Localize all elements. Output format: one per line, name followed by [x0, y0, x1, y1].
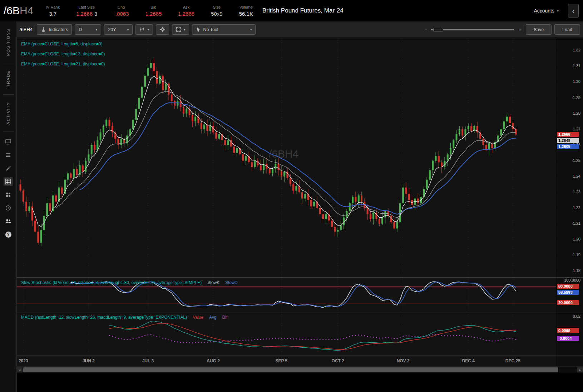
macd-chart[interactable]: MACD (fastLength=12, slowLength=26, macd…: [17, 312, 556, 356]
axis-badge: 1.2605: [557, 144, 579, 149]
axis-tick: 100.0000: [564, 278, 580, 282]
quote-stats: IV Rank 3.7 Last Size 1.26663 Chg -.0063…: [46, 5, 253, 17]
axis-badge: 1.2666: [557, 132, 579, 137]
axis-tick: 1.21: [573, 221, 580, 225]
community-users-icon[interactable]: [4, 217, 13, 225]
stat-ask: Ask 1.2666: [178, 5, 194, 17]
time-tick: OCT 2: [331, 358, 344, 363]
axis-tick: 1.32: [573, 48, 580, 52]
symbol-suffix: H4: [20, 5, 33, 17]
range-dropdown[interactable]: 20Y ▾: [104, 24, 133, 35]
accounts-dropdown[interactable]: Accounts ▾: [534, 8, 559, 14]
chevron-down-icon: ▾: [127, 28, 129, 31]
scrollbar-thumb[interactable]: [23, 367, 558, 372]
zoom-slider[interactable]: [431, 29, 514, 30]
ema5-label[interactable]: EMA (price=CLOSE, length=5, displace=0): [21, 41, 105, 46]
help-icon[interactable]: ?: [4, 230, 13, 239]
macd-label-row: MACD (fastLength=12, slowLength=26, macd…: [21, 315, 227, 320]
chevron-down-icon: ▾: [184, 28, 186, 31]
axis-badge: -0.0004: [557, 336, 579, 341]
axis-badge: 58.5893: [557, 290, 579, 295]
axis-tick: 1.23: [573, 190, 580, 194]
time-tick: JUN 2: [83, 358, 95, 363]
list-icon[interactable]: [4, 151, 13, 159]
macd-study-label[interactable]: MACD (fastLength=12, slowLength=26, macd…: [21, 315, 187, 320]
axis-tick: 1.18: [573, 268, 580, 273]
zoom-in-button[interactable]: +: [517, 26, 523, 33]
drawing-tool-dropdown[interactable]: No Tool ▾: [192, 24, 256, 35]
time-tick: DEC 4: [462, 358, 475, 363]
stochastic-study-label[interactable]: Slow Stochastic (kPeriod=14, dPeriod=3, …: [21, 280, 202, 285]
grid-layout-icon: [176, 27, 181, 32]
dashboard-grid-icon[interactable]: [4, 190, 13, 199]
axis-tick: 0.02: [573, 314, 580, 318]
chart-icon[interactable]: [4, 177, 13, 186]
sidebar-tab-positions[interactable]: POSITIONS: [6, 21, 10, 63]
time-tick: 2023: [19, 358, 28, 363]
load-button[interactable]: Load: [554, 24, 580, 35]
zoom-out-button[interactable]: -: [424, 26, 428, 33]
zoom-slider-thumb[interactable]: [433, 28, 443, 31]
chart-scrollbar[interactable]: ◂ ▸: [17, 366, 583, 373]
top-quote-bar: /6B H4 IV Rank 3.7 Last Size 1.26663 Chg…: [0, 0, 583, 21]
stat-last-size: Last Size 1.26663: [76, 5, 97, 17]
stat-bid: Bid 1.2665: [145, 5, 162, 17]
last-price: 1.2666: [76, 11, 93, 17]
axis-tick: 1.28: [573, 111, 580, 115]
flask-icon: [41, 27, 46, 32]
time-tick: AUG 2: [207, 358, 220, 363]
macd-avg-legend: Avg: [209, 315, 216, 320]
collapse-right-panel-button[interactable]: ‹: [568, 4, 579, 18]
stat-chg: Chg -.0063: [114, 5, 129, 17]
cursor-icon: [196, 27, 201, 32]
chart-symbol-label: /6BH4: [20, 27, 33, 32]
symbol-root: /6B: [4, 5, 20, 17]
time-tick: NOV 2: [397, 358, 410, 363]
indicators-button[interactable]: Indicators: [37, 24, 72, 35]
time-tick: SEP 5: [275, 358, 287, 363]
ema21-label[interactable]: EMA (price=CLOSE, length=21, displace=0): [21, 61, 105, 66]
macd-value-legend: Value: [193, 315, 203, 320]
monitor-icon[interactable]: [4, 138, 13, 146]
last-size-qty: 3: [94, 11, 97, 17]
study-labels: EMA (price=CLOSE, length=5, displace=0) …: [21, 41, 105, 71]
chevron-down-icon: ▾: [557, 9, 559, 13]
chart-type-dropdown[interactable]: ▾: [135, 24, 153, 35]
chart-settings-button[interactable]: [156, 24, 169, 35]
history-clock-icon[interactable]: [4, 204, 13, 212]
axis-tick: 1.27: [573, 127, 580, 131]
axis-badge: 80.0000: [557, 284, 579, 289]
scroll-right-button[interactable]: ▸: [577, 367, 583, 372]
chevron-down-icon: ▾: [96, 28, 98, 31]
drawing-tools-icon[interactable]: [4, 164, 13, 173]
instrument-title: British Pound Futures, Mar-24: [262, 7, 344, 14]
price-chart[interactable]: /6BH4 EMA (price=CLOSE, length=5, displa…: [17, 38, 556, 277]
stochastic-chart[interactable]: Slow Stochastic (kPeriod=14, dPeriod=3, …: [17, 278, 556, 312]
axis-tick: 1.25: [573, 158, 580, 163]
chart-watermark: /6BH4: [269, 148, 298, 160]
macd-dif-legend: Dif: [222, 315, 228, 320]
symbol-display: /6B H4: [4, 5, 46, 17]
axis-badge: 0.0069: [557, 328, 579, 333]
price-axis: 1.321.311.301.291.281.271.261.251.241.23…: [556, 38, 583, 277]
axis-tick: 1.24: [573, 174, 580, 178]
axis-tick: 1.19: [573, 253, 580, 257]
axis-tick: 1.22: [573, 205, 580, 210]
save-button[interactable]: Save: [526, 24, 552, 35]
scroll-left-button[interactable]: ◂: [17, 367, 23, 372]
timeframe-dropdown[interactable]: D ▾: [75, 24, 101, 35]
sidebar-tab-activity[interactable]: ACTIVITY: [6, 95, 10, 132]
stochastic-axis: 100.000080.000058.589320.0000: [556, 278, 583, 312]
chevron-down-icon: ▾: [147, 28, 149, 31]
slowd-legend: SlowD: [225, 280, 238, 285]
axis-tick: 1.29: [573, 95, 580, 100]
ema13-label[interactable]: EMA (price=CLOSE, length=13, displace=0): [21, 51, 105, 56]
gear-icon: [160, 27, 165, 32]
axis-tick: 1.31: [573, 64, 580, 68]
time-tick: DEC 25: [505, 358, 520, 363]
slowk-legend: SlowK: [207, 280, 219, 285]
bottom-filler: [17, 373, 583, 392]
chart-mode-dropdown[interactable]: ▾: [172, 24, 189, 35]
stat-volume: Volume 56.1K: [239, 5, 253, 17]
sidebar-tab-trade[interactable]: TRADE: [6, 63, 10, 94]
